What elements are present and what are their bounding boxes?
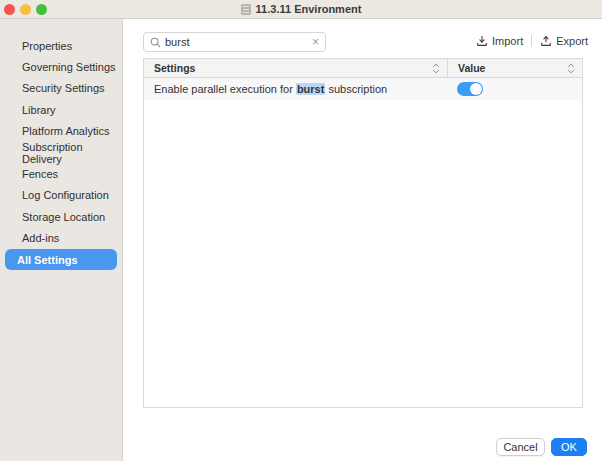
- title-bar: 11.3.11 Environment: [0, 0, 602, 19]
- import-button[interactable]: Import: [476, 35, 523, 47]
- minimize-window-button[interactable]: [20, 4, 31, 15]
- export-label: Export: [556, 35, 588, 47]
- search-field[interactable]: ×: [143, 32, 326, 52]
- table-header: Settings Value: [144, 59, 582, 78]
- table-row: Enable parallel execution for burst subs…: [144, 78, 582, 100]
- sidebar-item-add-ins[interactable]: Add-ins: [5, 228, 117, 249]
- main-content: × Import: [124, 19, 602, 461]
- sidebar-item-subscription-delivery[interactable]: Subscription Delivery: [5, 142, 117, 163]
- setting-name: Enable parallel execution for burst subs…: [154, 83, 387, 95]
- import-icon: [476, 35, 488, 47]
- sort-icon[interactable]: [432, 63, 440, 74]
- window-title: 11.3.11 Environment: [256, 3, 362, 15]
- sort-icon[interactable]: [567, 63, 575, 74]
- settings-column-label: Settings: [154, 62, 432, 74]
- sidebar-item-platform-analytics[interactable]: Platform Analytics: [5, 121, 117, 142]
- clear-search-icon[interactable]: ×: [312, 36, 319, 48]
- sidebar-item-log-configuration[interactable]: Log Configuration: [5, 185, 117, 206]
- import-export-group: Import Export: [476, 35, 588, 47]
- sidebar-item-governing-settings[interactable]: Governing Settings: [5, 56, 117, 77]
- toggle-knob: [470, 83, 482, 95]
- parallel-execution-toggle[interactable]: [457, 82, 483, 96]
- close-window-button[interactable]: [4, 4, 15, 15]
- settings-sidebar: Properties Governing Settings Security S…: [0, 19, 123, 461]
- search-input[interactable]: [165, 36, 308, 48]
- sidebar-item-all-settings[interactable]: All Settings: [5, 249, 117, 270]
- settings-table: Settings Value: [143, 58, 583, 408]
- traffic-lights: [4, 4, 47, 15]
- search-match-highlight: burst: [296, 83, 326, 95]
- document-proxy-icon: [241, 4, 251, 15]
- sidebar-item-properties[interactable]: Properties: [5, 35, 117, 56]
- sidebar-item-storage-location[interactable]: Storage Location: [5, 206, 117, 227]
- import-label: Import: [492, 35, 523, 47]
- column-header-value[interactable]: Value: [447, 59, 582, 77]
- cancel-button[interactable]: Cancel: [496, 438, 545, 456]
- title-wrap: 11.3.11 Environment: [0, 3, 602, 15]
- divider: [531, 35, 532, 47]
- ok-button[interactable]: OK: [551, 438, 587, 456]
- setting-name-cell: Enable parallel execution for burst subs…: [144, 78, 447, 100]
- search-icon: [150, 37, 161, 48]
- sidebar-item-library[interactable]: Library: [5, 99, 117, 120]
- environment-settings-window: 11.3.11 Environment Properties Governing…: [0, 0, 602, 461]
- export-icon: [540, 35, 552, 47]
- sidebar-item-security-settings[interactable]: Security Settings: [5, 78, 117, 99]
- footer-actions: Cancel OK: [496, 438, 587, 456]
- export-button[interactable]: Export: [540, 35, 588, 47]
- setting-value-cell: [447, 78, 582, 100]
- value-column-label: Value: [458, 62, 567, 74]
- column-header-settings[interactable]: Settings: [144, 59, 447, 77]
- zoom-window-button[interactable]: [36, 4, 47, 15]
- sidebar-item-fences[interactable]: Fences: [5, 163, 117, 184]
